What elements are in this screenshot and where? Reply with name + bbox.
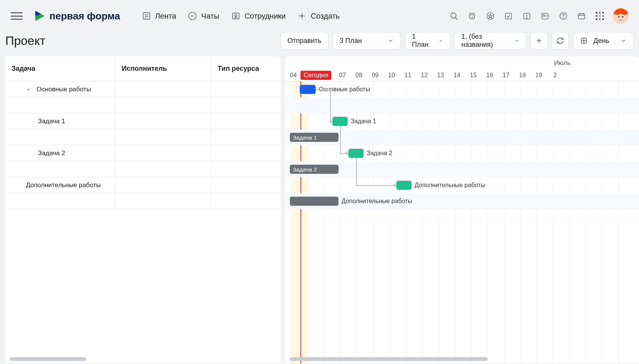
task-cell: Основные работы	[5, 81, 116, 97]
col-header-task[interactable]: Задача	[5, 56, 116, 81]
filter-2-select[interactable]: 1 План	[405, 32, 450, 49]
table-row[interactable]: Задача 1	[5, 113, 281, 129]
svg-point-24	[526, 17, 527, 18]
table-row[interactable]: Задача 2	[5, 145, 281, 161]
col-header-assignee[interactable]: Исполнитель	[116, 56, 211, 81]
apps-icon[interactable]	[595, 11, 605, 21]
svg-line-18	[474, 13, 475, 14]
task-cell: Задача 1	[5, 113, 116, 129]
assignee-cell	[116, 97, 211, 113]
svg-point-29	[563, 17, 564, 18]
gantt-bar-label: Дополнительные работы	[342, 198, 412, 205]
gantt-day: 09	[367, 72, 383, 79]
add-button[interactable]	[530, 32, 548, 49]
res-type-cell	[211, 129, 281, 145]
report-icon[interactable]	[540, 11, 550, 21]
nav-chats[interactable]: Чаты	[188, 11, 219, 21]
gantt-day: 10	[383, 72, 400, 79]
chevron-down-icon[interactable]	[26, 87, 31, 92]
gantt-day: 07	[334, 72, 351, 79]
chevron-down-icon	[439, 38, 443, 44]
calendar-icon[interactable]	[577, 11, 587, 21]
scale-label: День	[593, 37, 609, 45]
today-badge[interactable]: Сегодня	[300, 71, 331, 80]
gantt-header: Июль 0406070809101112131415161718192 Сег…	[285, 56, 639, 81]
svg-rect-21	[505, 13, 512, 19]
assignee-cell	[116, 81, 211, 97]
gantt-bar[interactable]	[348, 149, 364, 158]
gantt-day: 19	[531, 72, 547, 79]
filter-2-label: 1 План	[412, 33, 429, 49]
table-row[interactable]	[5, 193, 281, 209]
task-label: Задача 1	[38, 118, 65, 125]
svg-line-13	[455, 17, 457, 19]
gantt-day: 18	[514, 72, 531, 79]
send-button[interactable]: Отправить	[280, 32, 329, 49]
gantt-panel: Июль 0406070809101112131415161718192 Сег…	[285, 56, 639, 363]
send-label: Отправить	[288, 37, 321, 45]
table-row[interactable]	[5, 129, 281, 145]
nav-feed[interactable]: Лента	[141, 11, 176, 21]
res-type-cell	[211, 161, 281, 177]
gantt-bar[interactable]	[396, 181, 412, 190]
gantt-bar[interactable]	[290, 197, 339, 206]
svg-rect-8	[232, 13, 239, 19]
gantt-body[interactable]: Основные работыЗадача 1Задача 1Задача 2З…	[285, 81, 639, 363]
svg-point-9	[235, 14, 237, 16]
star-icon[interactable]	[485, 11, 495, 21]
plus-icon	[535, 37, 543, 45]
gantt-bar[interactable]: Задача 2	[290, 165, 339, 174]
menu-toggle[interactable]	[11, 11, 23, 21]
top-right-icons	[449, 8, 628, 24]
task-label: Дополнительные работы	[26, 181, 101, 189]
svg-line-17	[469, 13, 471, 14]
task-grid-panel: Задача Исполнитель Тип ресурса Основные …	[5, 56, 281, 363]
nav-employees[interactable]: Сотрудники	[231, 11, 286, 21]
gantt-day: 14	[449, 72, 465, 79]
task-cell	[5, 129, 116, 145]
task-label: Основные работы	[37, 86, 91, 93]
gantt-day: 08	[351, 72, 367, 79]
refresh-button[interactable]	[552, 32, 569, 49]
user-avatar[interactable]	[613, 8, 628, 24]
svg-point-12	[451, 13, 456, 18]
gantt-bar[interactable]	[300, 85, 316, 94]
alarm-icon[interactable]	[467, 11, 477, 21]
search-icon[interactable]	[449, 11, 459, 21]
svg-point-36	[618, 16, 620, 17]
filter-1-select[interactable]: 3 План	[332, 32, 401, 49]
task-cell: Задача 2	[5, 145, 116, 161]
filter-3-select[interactable]: 1. (без названия)	[454, 32, 526, 49]
top-bar: первая форма Лента Чаты Сотрудники Созда…	[0, 0, 639, 32]
col-header-res-type[interactable]: Тип ресурса	[211, 56, 281, 81]
assignee-cell	[116, 193, 211, 209]
assignee-cell	[116, 161, 211, 177]
gantt-month-label: Июль	[554, 59, 571, 67]
res-type-cell	[211, 97, 281, 113]
check-calendar-icon[interactable]	[504, 11, 513, 21]
gantt-bar[interactable]	[332, 117, 348, 126]
table-row[interactable]	[5, 97, 281, 113]
table-row[interactable]	[5, 161, 281, 177]
alert-calendar-icon[interactable]	[522, 11, 532, 21]
res-type-cell	[211, 113, 281, 129]
task-label: Задача 2	[38, 149, 65, 157]
nav-create[interactable]: Создать	[297, 11, 340, 21]
page-title: Проект	[5, 34, 45, 48]
chat-icon	[188, 11, 197, 21]
help-icon[interactable]	[558, 11, 568, 21]
gantt-day-row: 0406070809101112131415161718192	[285, 72, 639, 79]
assignee-cell	[116, 113, 211, 129]
svg-line-16	[472, 16, 473, 17]
task-cell	[5, 161, 116, 177]
table-row[interactable]: Дополнительные работы	[5, 177, 281, 193]
table-row[interactable]: Основные работы	[5, 81, 281, 97]
task-cell	[5, 193, 116, 209]
brand-logo[interactable]: первая форма	[33, 10, 120, 22]
scale-select[interactable]: День	[573, 32, 634, 49]
left-horizontal-scrollbar[interactable]	[10, 357, 86, 361]
gantt-bar[interactable]: Задача 1	[290, 133, 339, 142]
filter-3-label: 1. (без названия)	[461, 33, 505, 49]
brand-name: первая форма	[49, 10, 120, 22]
right-horizontal-scrollbar[interactable]	[290, 357, 488, 361]
